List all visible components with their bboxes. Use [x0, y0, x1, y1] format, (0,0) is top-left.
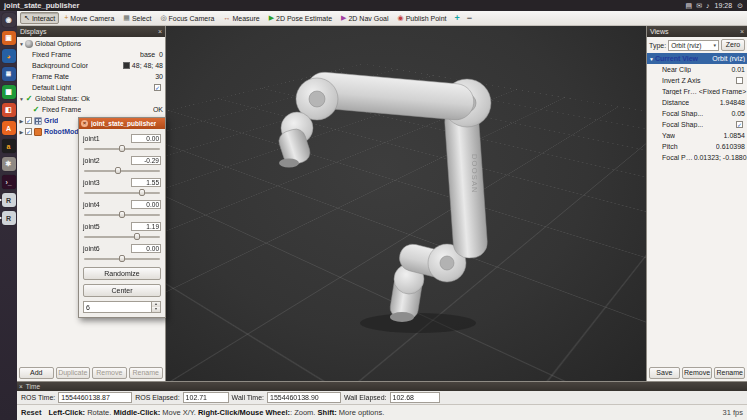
view-prop-value[interactable]: 1.94848: [720, 99, 747, 106]
tool-focus-camera[interactable]: ◎Focus Camera: [156, 12, 218, 24]
joint-slider[interactable]: [83, 210, 161, 219]
view-prop-value[interactable]: <Fixed Frame>: [699, 88, 747, 95]
launcher-item-system-settings[interactable]: ✱: [2, 157, 16, 171]
enable-checkbox[interactable]: ✓: [25, 128, 32, 135]
add-tool-button[interactable]: +: [452, 13, 463, 23]
spinner-arrows[interactable]: ▲▼: [151, 302, 160, 312]
expand-arrow-icon[interactable]: ▶: [18, 118, 25, 124]
launcher-item-rviz-1[interactable]: R: [2, 193, 16, 207]
close-icon[interactable]: ×: [158, 27, 162, 37]
time-panel-header[interactable]: × Time: [17, 382, 747, 391]
views-save-button[interactable]: Save: [649, 367, 680, 379]
tool-2d-pose-estimate[interactable]: ▶2D Pose Estimate: [265, 12, 336, 24]
launcher-item-files[interactable]: ▣: [2, 31, 16, 45]
launcher-item-rviz-2[interactable]: R: [2, 211, 16, 225]
joint-value-input[interactable]: 1.55: [131, 178, 161, 187]
view-prop-value[interactable]: ✓: [736, 121, 747, 128]
display-value[interactable]: base_0: [140, 51, 165, 58]
view-prop-value[interactable]: 0.610398: [716, 143, 747, 150]
dialog-title-bar[interactable]: × joint_state_publisher: [79, 118, 165, 129]
expand-arrow-icon[interactable]: ▼: [648, 56, 655, 62]
tool-2d-nav-goal[interactable]: ▶2D Nav Goal: [337, 12, 392, 24]
time-field-value[interactable]: 102.68: [390, 392, 440, 403]
display-row[interactable]: Frame Rate30: [17, 71, 165, 82]
view-prop-value[interactable]: 1.0854: [724, 132, 747, 139]
launcher-item-amazon[interactable]: a: [2, 139, 16, 153]
display-value[interactable]: ✓: [154, 84, 165, 91]
displays-panel-header[interactable]: Displays ×: [17, 26, 165, 37]
value-checkbox[interactable]: ✓: [736, 121, 743, 128]
slider-handle[interactable]: [115, 167, 121, 174]
time-field-value[interactable]: 102.71: [183, 392, 229, 403]
joint-value-input[interactable]: -0.29: [131, 156, 161, 165]
close-icon[interactable]: ×: [19, 383, 23, 390]
launcher-item-firefox[interactable]: ◕: [2, 49, 16, 63]
view-prop-row[interactable]: Pitch0.610398: [647, 141, 747, 152]
tool-interact[interactable]: ↖Interact: [20, 12, 59, 24]
keyboard-indicator-icon[interactable]: ▤: [686, 1, 693, 11]
view-prop-row[interactable]: Focal Shap...0.05: [647, 108, 747, 119]
view-prop-row[interactable]: Invert Z Axis: [647, 75, 747, 86]
launcher-item-libreoffice-writer[interactable]: ≣: [2, 67, 16, 81]
view-prop-value[interactable]: 0.05: [731, 110, 747, 117]
views-remove-button[interactable]: Remove: [682, 367, 713, 379]
expand-arrow-icon[interactable]: ▼: [18, 41, 25, 47]
time-field-value[interactable]: 1554460138.87: [58, 392, 132, 403]
zero-button[interactable]: Zero: [721, 39, 745, 51]
view-prop-value[interactable]: Orbit (rviz): [712, 55, 747, 62]
joint-slider[interactable]: [83, 166, 161, 175]
display-row[interactable]: Default Light✓: [17, 82, 165, 93]
expand-arrow-icon[interactable]: ▶: [18, 129, 25, 135]
joint-slider[interactable]: [83, 254, 161, 263]
spin-down-icon[interactable]: ▼: [152, 307, 160, 312]
view-prop-row[interactable]: ▼Current ViewOrbit (rviz): [647, 53, 747, 64]
joint-slider[interactable]: [83, 188, 161, 197]
launcher-item-dash[interactable]: ◉: [2, 13, 16, 27]
close-icon[interactable]: ×: [81, 120, 88, 127]
display-value[interactable]: 30: [155, 73, 165, 80]
view-prop-value[interactable]: [736, 77, 747, 84]
view-prop-row[interactable]: Target Fra...<Fixed Frame>: [647, 86, 747, 97]
reset-button[interactable]: Reset: [21, 408, 41, 417]
slider-handle[interactable]: [134, 233, 140, 240]
display-value[interactable]: 48; 48; 48: [123, 62, 165, 69]
display-row[interactable]: Background Color48; 48; 48: [17, 60, 165, 71]
expand-arrow-icon[interactable]: ▼: [18, 96, 25, 102]
slider-handle[interactable]: [119, 145, 125, 152]
time-field-value[interactable]: 1554460138.90: [267, 392, 341, 403]
tool-measure[interactable]: ↔Measure: [219, 12, 263, 24]
views-panel-header[interactable]: Views ×: [647, 26, 747, 37]
view-prop-row[interactable]: Yaw1.0854: [647, 130, 747, 141]
joint-count-spinner[interactable]: 6 ▲▼: [83, 301, 161, 313]
value-checkbox[interactable]: [736, 77, 743, 84]
session-menu-icon[interactable]: ⊙: [737, 2, 743, 10]
view-prop-row[interactable]: Distance1.94848: [647, 97, 747, 108]
display-row[interactable]: ▼✓Global Status: Ok: [17, 93, 165, 104]
view-prop-value[interactable]: 0.01: [731, 66, 747, 73]
3d-viewport[interactable]: DOOSAN: [166, 26, 646, 381]
remove-tool-button[interactable]: −: [464, 13, 475, 23]
joint-value-input[interactable]: 1.19: [131, 222, 161, 231]
view-prop-row[interactable]: Focal Point0.01323; -0.1880...: [647, 152, 747, 163]
joint-slider[interactable]: [83, 232, 161, 241]
close-icon[interactable]: ×: [740, 27, 744, 37]
view-type-select[interactable]: Orbit (rviz) ▾: [668, 40, 719, 51]
joint-value-input[interactable]: 0.00: [131, 200, 161, 209]
launcher-item-libreoffice-impress[interactable]: ◧: [2, 103, 16, 117]
slider-handle[interactable]: [119, 255, 125, 262]
clock-label[interactable]: 19:28: [715, 2, 733, 9]
slider-handle[interactable]: [139, 189, 145, 196]
display-row[interactable]: ✓Fixed FrameOK: [17, 104, 165, 115]
launcher-item-software-center[interactable]: A: [2, 121, 16, 135]
view-prop-value[interactable]: 0.01323; -0.1880...: [694, 154, 747, 161]
joint-value-input[interactable]: 0.00: [131, 244, 161, 253]
joint-slider[interactable]: [83, 144, 161, 153]
sound-indicator-icon[interactable]: ♪: [706, 1, 710, 11]
slider-handle[interactable]: [119, 211, 125, 218]
randomize-button[interactable]: Randomize: [83, 267, 161, 280]
display-row[interactable]: ▼Global Options: [17, 38, 165, 49]
view-prop-row[interactable]: Focal Shap...✓: [647, 119, 747, 130]
view-prop-row[interactable]: Near Clip0.01: [647, 64, 747, 75]
joint-value-input[interactable]: 0.00: [131, 134, 161, 143]
display-row[interactable]: Fixed Framebase_0: [17, 49, 165, 60]
